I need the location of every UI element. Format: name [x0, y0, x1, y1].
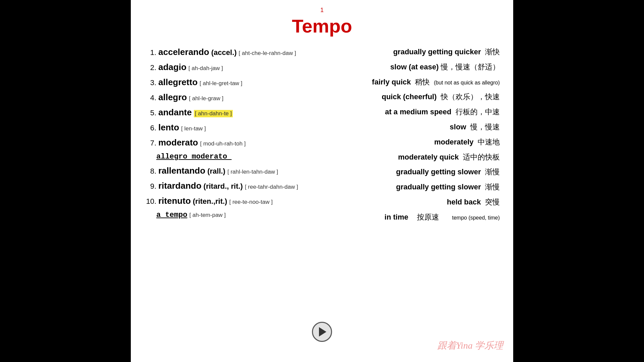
main-content: 1 Tempo 1. accelerando (accel.) [ aht-ch… [131, 0, 513, 362]
term-name-4: allegro [158, 92, 187, 103]
term-pronunciation-5: [ ahn-dahn-te ] [194, 110, 233, 117]
term-name-10: ritenuto [158, 196, 191, 206]
term-pronunciation-10: [ ree-te-noo-taw ] [229, 199, 272, 205]
term-pronunciation-6: [ len-taw ] [181, 125, 206, 132]
definition-7: moderately 中速地 [329, 137, 500, 147]
term-row-2: 2. adagio [ ah-dah-jaw ] [144, 62, 315, 72]
watermark: 跟着Yina 学乐理 [437, 339, 503, 352]
definition-5: at a medium speed 行板的，中速 [329, 107, 500, 117]
play-button[interactable] [312, 322, 332, 342]
term-pronunciation-7: [ mod-uh-rah-toh ] [200, 140, 246, 147]
term-number-7: 7. [144, 139, 156, 147]
definition-6: slow 慢，慢速 [329, 122, 500, 132]
definition-2: slow (at ease) 慢，慢速（舒适） [329, 62, 500, 72]
term-number-10: 10. [144, 197, 156, 206]
term-number-8: 8. [144, 167, 156, 176]
definition-10-sub: in time 按原速 tempo (speed, time) [329, 212, 500, 223]
play-icon [319, 327, 326, 337]
sub-row-allegro-moderato: allegro moderato [144, 153, 315, 161]
term-row-10: 10. ritenuto (riten.,rit.) [ ree-te-noo-… [144, 196, 315, 206]
definition-10: held back 突慢 [329, 197, 500, 207]
page-title: Tempo [144, 15, 500, 37]
term-abbrev-10: (riten.,rit.) [193, 197, 227, 206]
term-row-6: 6. lento [ len-taw ] [144, 122, 315, 133]
term-name-2: adagio [158, 62, 186, 72]
term-row-5: 5. andante [ ahn-dahn-te ] [144, 107, 315, 118]
page-number: 1 [144, 7, 500, 14]
term-abbrev-1: (accel.) [211, 48, 237, 57]
term-name-8: rallentando [158, 166, 205, 176]
term-row-3: 3. allegretto [ ahl-le-gret-taw ] [144, 77, 315, 87]
term-name-3: allegretto [158, 77, 198, 87]
sub-row-a-tempo: a tempo [ ah-tem-paw ] [144, 211, 315, 219]
left-column: 1. accelerando (accel.) [ aht-che-le-rah… [144, 47, 322, 227]
definition-1: gradually getting quicker 渐快 [329, 47, 500, 57]
definition-8: gradually getting slower 渐慢 [329, 167, 500, 177]
term-pronunciation-8: [ rahl-len-tahn-daw ] [227, 169, 278, 175]
term-pronunciation-1: [ aht-che-le-rahn-daw ] [239, 50, 296, 57]
term-pronunciation-4: [ ahl-le-graw ] [189, 95, 223, 102]
term-name-1: accelerando [158, 47, 209, 57]
term-name-9: ritardando [158, 181, 202, 191]
term-pronunciation-9: [ ree-tahr-dahn-daw ] [245, 184, 298, 190]
term-number-2: 2. [144, 63, 156, 72]
definition-7-sub: moderately quick 适中的快板 [329, 152, 500, 163]
term-number-9: 9. [144, 182, 156, 191]
term-number-4: 4. [144, 94, 156, 102]
sub-pronunciation-a-tempo: [ ah-tem-paw ] [189, 212, 226, 219]
term-name-5: andante [158, 107, 192, 118]
sub-term-a-tempo: a tempo [156, 211, 187, 219]
term-name-7: moderato [158, 137, 198, 148]
definition-3: fairly quick 稍快 (but not as quick as all… [329, 77, 500, 87]
term-row-7: 7. moderato [ mod-uh-rah-toh ] [144, 137, 315, 148]
term-row-9: 9. ritardando (ritard., rit.) [ ree-tahr… [144, 181, 315, 191]
content-area: 1. accelerando (accel.) [ aht-che-le-rah… [144, 47, 500, 227]
term-row-1: 1. accelerando (accel.) [ aht-che-le-rah… [144, 47, 315, 57]
term-number-1: 1. [144, 48, 156, 57]
term-number-5: 5. [144, 109, 156, 117]
term-abbrev-8: (rall.) [207, 167, 225, 176]
term-pronunciation-3: [ ahl-le-gret-taw ] [200, 80, 243, 87]
sub-term-allegro-moderato: allegro moderato [156, 153, 231, 161]
definition-9: gradually getting slower 渐慢 [329, 182, 500, 192]
term-number-6: 6. [144, 124, 156, 132]
term-row-4: 4. allegro [ ahl-le-graw ] [144, 92, 315, 103]
definition-4: quick (cheerful) 快（欢乐），快速 [329, 92, 500, 102]
term-pronunciation-2: [ ah-dah-jaw ] [189, 65, 223, 72]
right-column: gradually getting quicker 渐快 slow (at ea… [322, 47, 500, 227]
term-abbrev-9: (ritard., rit.) [204, 182, 243, 191]
term-number-3: 3. [144, 78, 156, 87]
play-button-container [312, 322, 332, 342]
term-row-8: 8. rallentando (rall.) [ rahl-len-tahn-d… [144, 166, 315, 176]
term-name-6: lento [158, 122, 179, 133]
